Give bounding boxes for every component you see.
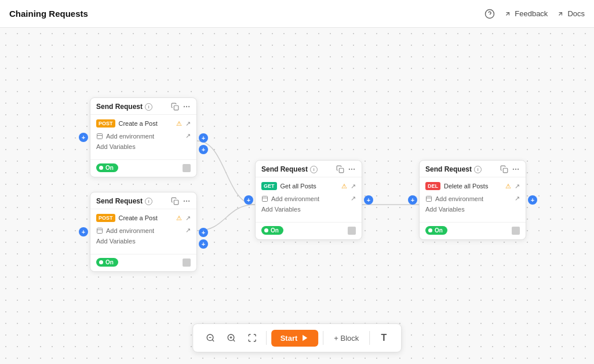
text-tool-button[interactable]: T (374, 329, 393, 347)
zoom-out-button[interactable] (201, 329, 220, 347)
on-badge-1[interactable]: On (96, 163, 118, 172)
copy-icon-3[interactable] (336, 165, 344, 173)
svg-point-8 (184, 201, 185, 202)
stop-btn-4[interactable] (512, 227, 520, 235)
ext-link-3[interactable]: ↗ (351, 183, 356, 190)
method-badge-3: GET (261, 182, 277, 190)
copy-icon-1[interactable] (171, 103, 179, 111)
card-header-icons-4 (500, 165, 520, 173)
docs-btn[interactable]: Docs (557, 9, 585, 18)
info-icon-4[interactable]: i (474, 166, 482, 173)
card-send-request-4: Send Request i DEL Delete all Posts ⚠ ↗ … (419, 160, 526, 240)
endpoint-4: Delete all Posts (444, 183, 501, 190)
copy-icon-4[interactable] (500, 165, 508, 173)
right-plus-bot-1[interactable]: + (199, 145, 208, 154)
env-row-2[interactable]: Add environment ↗ (96, 227, 191, 234)
copy-icon-2[interactable] (171, 197, 179, 205)
toolbar-divider-3 (369, 331, 370, 345)
stop-btn-1[interactable] (183, 164, 191, 172)
env-ext-3[interactable]: ↗ (351, 195, 356, 202)
ext-link-2[interactable]: ↗ (185, 214, 191, 222)
card-send-request-2: Send Request i POST Create a Post ⚠ ↗ Ad… (90, 192, 197, 272)
svg-point-14 (351, 169, 352, 170)
info-icon-2[interactable]: i (145, 198, 152, 205)
right-plus-3[interactable]: + (364, 195, 373, 205)
card-title-4: Send Request i (425, 165, 482, 173)
method-row-4: DEL Delete all Posts ⚠ ↗ (425, 182, 520, 190)
svg-rect-12 (339, 168, 344, 173)
svg-point-15 (354, 169, 355, 170)
info-icon-3[interactable]: i (310, 166, 318, 173)
warning-icon-1: ⚠ (176, 120, 182, 128)
svg-rect-17 (503, 168, 508, 173)
right-plus-top-1[interactable]: + (199, 133, 208, 143)
right-plus-1: + + (199, 133, 208, 154)
env-row-1[interactable]: Add environment ↗ (96, 132, 191, 140)
card-title-1: Send Request i (96, 103, 152, 111)
on-badge-3[interactable]: On (261, 226, 283, 235)
add-block-button[interactable]: + Block (328, 330, 365, 347)
endpoint-2: Create a Post (119, 214, 172, 221)
card-body-2: POST Create a Post ⚠ ↗ Add environment ↗… (90, 209, 196, 254)
svg-rect-11 (97, 228, 103, 233)
warning-icon-3: ⚠ (341, 183, 347, 190)
card-header-2: Send Request i (90, 192, 196, 209)
card-header-icons-3 (336, 165, 356, 173)
toolbar: Start + Block T (192, 323, 402, 352)
svg-rect-6 (97, 133, 103, 139)
add-vars-3[interactable]: Add Variables (261, 206, 356, 213)
card-header-3: Send Request i (256, 161, 362, 177)
card-body-1: POST Create a Post ⚠ ↗ Add environment ↗… (90, 115, 196, 159)
method-row-1: POST Create a Post ⚠ ↗ (96, 119, 191, 128)
card-header-icons-1 (171, 103, 191, 111)
more-icon-4[interactable] (512, 165, 520, 173)
help-icon-btn[interactable] (484, 9, 495, 19)
card-footer-1: On (90, 159, 196, 177)
feedback-btn[interactable]: Feedback (504, 9, 548, 18)
right-plus-top-2[interactable]: + (199, 228, 208, 237)
add-vars-2[interactable]: Add Variables (96, 238, 191, 245)
svg-rect-2 (174, 105, 178, 110)
svg-point-4 (186, 106, 187, 107)
more-icon-3[interactable] (348, 165, 356, 173)
zoom-in-button[interactable] (222, 329, 240, 347)
left-plus-4[interactable]: + (408, 195, 417, 205)
card-body-3: GET Get all Posts ⚠ ↗ Add environment ↗ … (256, 177, 362, 222)
card-footer-4: On (420, 222, 526, 239)
stop-btn-2[interactable] (183, 259, 191, 267)
env-ext-2[interactable]: ↗ (185, 227, 191, 234)
env-icon-4 (425, 195, 432, 202)
card-header-4: Send Request i (420, 161, 526, 177)
svg-point-3 (184, 106, 185, 107)
svg-point-20 (518, 169, 519, 170)
env-row-4[interactable]: Add environment ↗ (425, 195, 520, 202)
card-footer-2: On (90, 254, 196, 271)
ext-link-4[interactable]: ↗ (515, 183, 520, 190)
method-row-3: GET Get all Posts ⚠ ↗ (261, 182, 356, 190)
right-plus-4[interactable]: + (528, 195, 537, 205)
info-icon-1[interactable]: i (145, 103, 152, 111)
svg-point-18 (513, 169, 514, 170)
left-plus-3[interactable]: + (244, 195, 253, 205)
more-icon-2[interactable] (183, 197, 191, 205)
add-vars-4[interactable]: Add Variables (425, 206, 520, 213)
left-plus-2[interactable]: + (79, 227, 88, 236)
ext-link-1[interactable]: ↗ (185, 120, 191, 128)
endpoint-3: Get all Posts (280, 183, 337, 190)
right-plus-bot-2[interactable]: + (199, 239, 208, 249)
card-header-icons-2 (171, 197, 191, 205)
right-plus-2: + + (199, 228, 208, 249)
env-row-3[interactable]: Add environment ↗ (261, 195, 356, 202)
env-ext-4[interactable]: ↗ (515, 195, 520, 202)
env-ext-1[interactable]: ↗ (185, 132, 191, 140)
on-badge-2[interactable]: On (96, 258, 118, 267)
start-button[interactable]: Start (271, 330, 319, 347)
more-icon-1[interactable] (183, 103, 191, 111)
fit-view-button[interactable] (243, 329, 261, 347)
left-plus-1[interactable]: + (79, 133, 88, 142)
on-badge-4[interactable]: On (425, 226, 447, 235)
canvas: Send Request i POST Create a Post ⚠ ↗ Ad… (0, 28, 594, 364)
svg-point-5 (188, 106, 190, 107)
stop-btn-3[interactable] (348, 227, 356, 235)
add-vars-1[interactable]: Add Variables (96, 143, 191, 150)
